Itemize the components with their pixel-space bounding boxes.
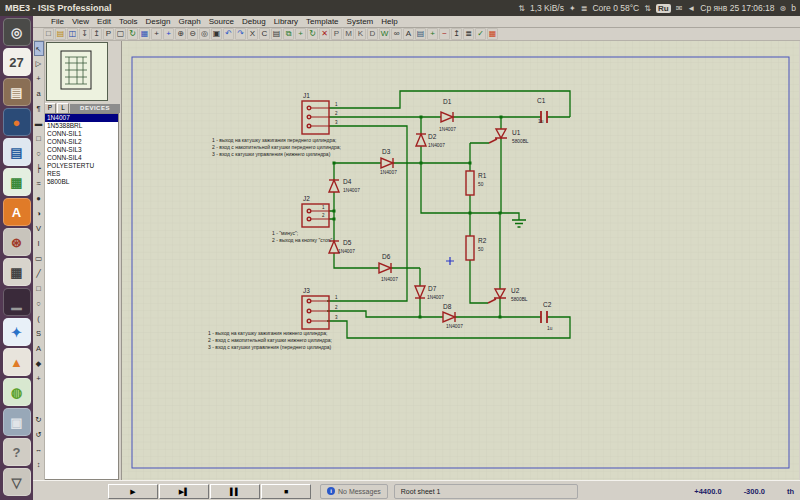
component-mode[interactable]: ▷ <box>34 56 44 71</box>
device-list-item[interactable]: POLYESTERTU <box>45 162 118 170</box>
device-list-item[interactable]: RES <box>45 170 118 178</box>
system-settings-app[interactable]: ⊛ <box>3 228 31 256</box>
cut-button[interactable]: X <box>247 28 258 40</box>
design-explorer-button[interactable]: ▤ <box>415 28 426 40</box>
save-file-button[interactable]: ◫ <box>67 28 78 40</box>
2d-circle-mode[interactable]: ○ <box>34 296 44 311</box>
new-file-button[interactable]: □ <box>43 28 54 40</box>
tape-recorder-mode[interactable]: ● <box>34 191 44 206</box>
overview-minimap[interactable] <box>46 42 108 101</box>
network-icon[interactable]: ⇅ <box>644 4 651 13</box>
software-center-app[interactable]: A <box>3 198 31 226</box>
libreoffice-calc-app[interactable]: ▦ <box>3 168 31 196</box>
terminal-mode[interactable]: ○ <box>34 146 44 161</box>
redraw-button[interactable]: ↻ <box>127 28 138 40</box>
print-button[interactable]: P <box>103 28 114 40</box>
terminal-app[interactable]: ▁ <box>3 288 31 316</box>
play-button[interactable]: ▶ <box>108 484 158 499</box>
menu-item[interactable]: Graph <box>174 17 204 26</box>
pick-device-button[interactable]: P <box>331 28 342 40</box>
2d-symbol-mode[interactable]: ◆ <box>34 356 44 371</box>
device-list-item[interactable]: CONN-SIL3 <box>45 146 118 154</box>
session-gear-icon[interactable]: ⊛ <box>780 4 787 13</box>
2d-line-mode[interactable]: ╱ <box>34 266 44 281</box>
device-list-item[interactable]: CONN-SIL2 <box>45 138 118 146</box>
decompose-button[interactable]: D <box>367 28 378 40</box>
rotate-anticlockwise-button[interactable]: ↺ <box>34 427 44 442</box>
paste-button[interactable]: ▤ <box>271 28 282 40</box>
calculator-app[interactable]: ▦ <box>3 258 31 286</box>
bill-of-materials-button[interactable]: ≣ <box>463 28 474 40</box>
menu-item[interactable]: Design <box>142 17 175 26</box>
generator-mode[interactable]: ◑ <box>34 206 44 221</box>
packaging-tool-button[interactable]: K <box>355 28 366 40</box>
zoom-all-button[interactable]: ◎ <box>199 28 210 40</box>
selection-mode[interactable]: ↖ <box>34 41 44 56</box>
import-section-button[interactable]: ↧ <box>79 28 90 40</box>
menu-item[interactable]: View <box>68 17 93 26</box>
copy-button[interactable]: C <box>259 28 270 40</box>
device-list-item[interactable]: 5800BL <box>45 178 118 186</box>
grid-toggle-button[interactable]: ▦ <box>139 28 150 40</box>
network-traffic-icon[interactable]: ⇅ <box>518 4 525 13</box>
subcircuit-mode[interactable]: □ <box>34 131 44 146</box>
zoom-in-button[interactable]: ⊕ <box>175 28 186 40</box>
file-manager-app[interactable]: ▤ <box>3 78 31 106</box>
schematic-canvas[interactable]: J1 J2 J3 D1 D2 D3 D4 D5 D6 D7 D8 R1 R2 C… <box>122 41 799 480</box>
calendar-app[interactable]: 27 <box>3 48 31 76</box>
multiload-indicator-icon[interactable]: ≣ <box>581 4 588 13</box>
2d-text-mode[interactable]: A <box>34 341 44 356</box>
zoom-out-button[interactable]: ⊖ <box>187 28 198 40</box>
netlist-to-ares-button[interactable]: ▦ <box>487 28 498 40</box>
menu-item[interactable]: File <box>47 17 68 26</box>
firefox-app[interactable]: ● <box>3 108 31 136</box>
new-sheet-button[interactable]: + <box>427 28 438 40</box>
clock[interactable]: Ср янв 25 17:06:18 <box>700 3 774 13</box>
graph-mode[interactable]: ≈ <box>34 176 44 191</box>
menu-item[interactable]: Library <box>270 17 302 26</box>
rotate-clockwise-button[interactable]: ↻ <box>34 412 44 427</box>
wire-label-mode[interactable]: a <box>34 86 44 101</box>
dropbox-app[interactable]: ✦ <box>3 318 31 346</box>
keyboard-layout-indicator[interactable]: Ru <box>656 4 671 13</box>
undo-button[interactable]: ↶ <box>223 28 234 40</box>
2d-path-mode[interactable]: S <box>34 326 44 341</box>
unknown-app[interactable]: ? <box>3 438 31 466</box>
2d-box-mode[interactable]: □ <box>34 281 44 296</box>
menu-item[interactable]: Debug <box>238 17 270 26</box>
cpu-temp-indicator[interactable]: Core 0 58°C <box>592 3 639 13</box>
session-user[interactable]: b <box>791 3 796 13</box>
pause-button[interactable]: ▌▌ <box>210 484 260 499</box>
zoom-area-button[interactable]: ▣ <box>211 28 222 40</box>
device-list-item[interactable]: CONN-SIL4 <box>45 154 118 162</box>
export-section-button[interactable]: ↥ <box>91 28 102 40</box>
libreoffice-writer-app[interactable]: ▤ <box>3 138 31 166</box>
menu-item[interactable]: Edit <box>93 17 115 26</box>
dash-home-button[interactable]: ◎ <box>3 18 31 46</box>
goto-sheet-button[interactable]: ↥ <box>451 28 462 40</box>
block-copy-button[interactable]: ⧉ <box>283 28 294 40</box>
junction-dot-mode[interactable]: + <box>34 71 44 86</box>
center-view-button[interactable]: + <box>163 28 174 40</box>
current-probe-mode[interactable]: I <box>34 236 44 251</box>
menu-item[interactable]: Help <box>377 17 401 26</box>
menu-item[interactable]: Template <box>302 17 342 26</box>
menu-item[interactable]: Source <box>205 17 238 26</box>
redo-button[interactable]: ↷ <box>235 28 246 40</box>
pick-devices-button[interactable]: P <box>44 103 56 114</box>
electrical-rule-check-button[interactable]: ✓ <box>475 28 486 40</box>
virtual-instrument-mode[interactable]: ▭ <box>34 251 44 266</box>
text-script-mode[interactable]: ¶ <box>34 101 44 116</box>
block-delete-button[interactable]: ✕ <box>319 28 330 40</box>
mail-icon[interactable]: ✉ <box>676 4 683 13</box>
block-move-button[interactable]: + <box>295 28 306 40</box>
image-viewer-app[interactable]: ▣ <box>3 408 31 436</box>
menu-item[interactable]: System <box>343 17 378 26</box>
voltage-probe-mode[interactable]: V <box>34 221 44 236</box>
device-list-item[interactable]: 1N4007 <box>45 114 118 122</box>
device-pin-mode[interactable]: ┝ <box>34 161 44 176</box>
mirror-vertical-button[interactable]: ↕ <box>34 457 44 472</box>
volume-icon[interactable]: ◄ <box>687 4 695 13</box>
mark-print-area-button[interactable]: ▢ <box>115 28 126 40</box>
device-list-item[interactable]: CONN-SIL1 <box>45 130 118 138</box>
